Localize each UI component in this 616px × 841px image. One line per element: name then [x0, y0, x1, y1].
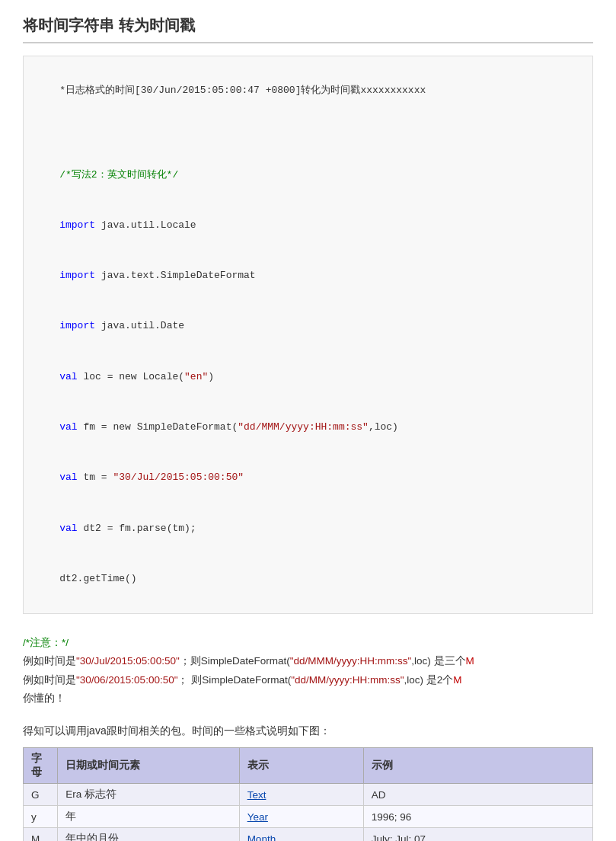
code-block: *日志格式的时间[30/Jun/2015:05:00:47 +0800]转化为时…: [23, 56, 593, 614]
repr-link[interactable]: Month: [247, 833, 276, 841]
import-3: import: [59, 320, 95, 331]
table-cell-letter: G: [24, 784, 58, 806]
table-row: GEra 标志符TextAD: [24, 784, 593, 806]
table-header-example: 示例: [363, 748, 592, 784]
table-header-repr: 表示: [239, 748, 363, 784]
note-str-2b: "dd/MM/yyyy:HH:mm:ss": [291, 674, 404, 686]
table-cell-repr[interactable]: Text: [239, 784, 363, 806]
note-str-1b: "dd/MMM/yyyy:HH:mm:ss": [290, 655, 412, 667]
table-cell-desc: 年: [58, 806, 239, 828]
comment-1: /*写法2：英文时间转化*/: [59, 169, 178, 181]
val-4-keyword: val: [59, 523, 77, 534]
table-cell-desc: 年中的月份: [58, 828, 239, 841]
note-str-2: "30/06/2015:05:00:50": [76, 674, 177, 686]
note-line-1: 例如时间是: [23, 655, 76, 667]
import-2: import: [59, 270, 95, 281]
table-header-desc: 日期或时间元素: [58, 748, 239, 784]
table-cell-letter: M: [24, 828, 58, 841]
format-table: 字母 日期或时间元素 表示 示例 GEra 标志符TextADy年Year199…: [23, 747, 593, 841]
table-cell-letter: y: [24, 806, 58, 828]
val-3-keyword: val: [59, 472, 77, 483]
note-line-2c: ,loc) 是2个: [404, 674, 454, 686]
intro-text: 得知可以调用java跟时间相关的包。时间的一些格式说明如下图：: [23, 724, 593, 738]
val-1-string: "en": [184, 371, 208, 382]
val-2-keyword: val: [59, 421, 77, 433]
val-2-string: "dd/MMM/yyyy:HH:mm:ss": [238, 421, 369, 433]
table-row: y年Year1996; 96: [24, 806, 593, 828]
import-1: import: [59, 219, 95, 231]
note-str-1: "30/Jul/2015:05:00:50": [76, 655, 180, 667]
table-cell-example: July; Jul; 07: [363, 828, 592, 841]
method-call: dt2.getTime(): [59, 573, 136, 584]
table-cell-repr[interactable]: Year: [239, 806, 363, 828]
note-highlight-M1: M: [466, 655, 474, 667]
val-3-string: "30/Jul/2015:05:00:50": [113, 472, 244, 483]
table-header-letter: 字母: [24, 748, 58, 784]
val-1-keyword: val: [59, 371, 77, 382]
table-cell-example: 1996; 96: [363, 806, 592, 828]
table-cell-example: AD: [363, 784, 592, 806]
note-line-2: 例如时间是: [23, 674, 76, 686]
repr-link[interactable]: Text: [247, 789, 267, 801]
page-title: 将时间字符串 转为时间戳: [23, 15, 593, 43]
note-line-1c: ,loc) 是三个: [411, 655, 465, 667]
note-line-1b: ；则SimpleDateFormat(: [180, 655, 290, 667]
note-line-2b: ； 则SimpleDateFormat(: [177, 674, 291, 686]
note-block: /*注意：*/ 例如时间是"30/Jul/2015:05:00:50"；则Sim…: [23, 626, 593, 715]
table-row: M年中的月份MonthJuly; Jul; 07: [24, 828, 593, 841]
note-title: /*注意：*/: [23, 637, 69, 648]
repr-link[interactable]: Year: [247, 811, 268, 823]
page-container: 将时间字符串 转为时间戳 *日志格式的时间[30/Jun/2015:05:00:…: [0, 0, 616, 841]
log-line-1: *日志格式的时间[30/Jun/2015:05:00:47 +0800]转化为时…: [59, 85, 426, 96]
table-cell-desc: Era 标志符: [58, 784, 239, 806]
note-highlight-M2: M: [453, 674, 461, 686]
note-line-3: 你懂的！: [23, 692, 65, 704]
table-cell-repr[interactable]: Month: [239, 828, 363, 841]
